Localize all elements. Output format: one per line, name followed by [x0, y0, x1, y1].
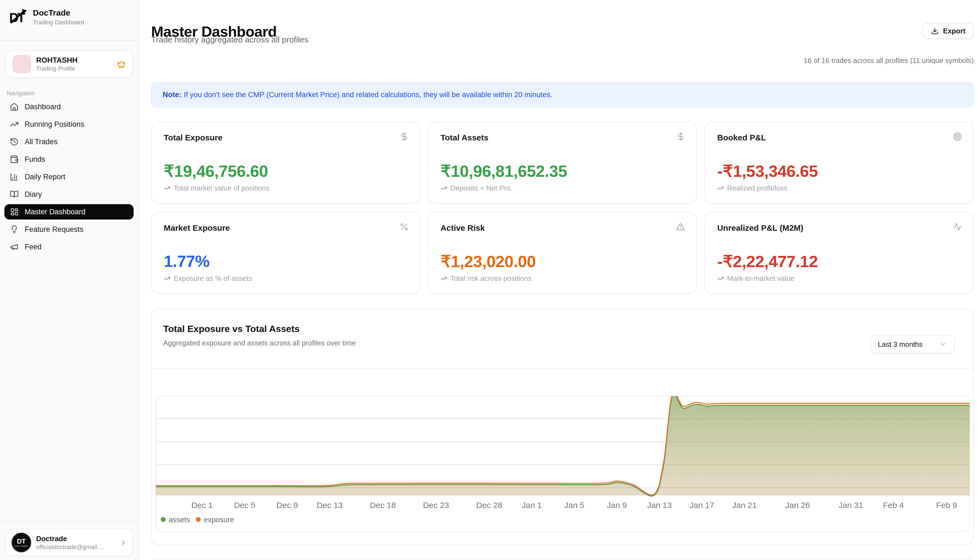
sidebar-item-dashboard[interactable]: Dashboard — [4, 99, 134, 114]
trending-up-icon — [441, 275, 447, 282]
bar-chart-icon — [10, 172, 18, 181]
app-window: DT DocTrade Trading Dashboard ROHTASHH T… — [0, 0, 977, 560]
stat-card-title: Booked P&L — [717, 133, 961, 142]
activity-icon — [953, 222, 962, 232]
sidebar: DT DocTrade Trading Dashboard ROHTASHH T… — [0, 0, 139, 560]
profile-name: ROHTASHH — [36, 56, 111, 65]
stat-card-value: ₹19,46,756.60 — [164, 162, 268, 181]
dollar-icon — [676, 132, 685, 141]
x-tick-label: Dec 13 — [317, 501, 342, 510]
home-icon — [10, 102, 18, 111]
percent-icon — [399, 222, 409, 232]
stat-card-title: Active Risk — [441, 223, 685, 233]
stat-card-value: ₹10,96,81,652.35 — [441, 162, 567, 181]
sidebar-footer-divider — [0, 521, 138, 522]
profile-subtitle: Trading Profile — [36, 65, 111, 72]
chevron-right-icon — [119, 538, 127, 546]
sidebar-item-feed[interactable]: Feed — [4, 239, 134, 255]
history-icon — [10, 137, 18, 146]
export-button[interactable]: Export — [923, 23, 974, 39]
sidebar-item-funds[interactable]: Funds — [4, 152, 134, 167]
note-text: If you don't see the CMP (Current Market… — [184, 91, 552, 99]
chart-header-divider — [152, 368, 973, 369]
stat-card-title: Market Exposure — [164, 223, 408, 233]
sidebar-item-feature-requests[interactable]: Feature Requests — [4, 222, 134, 237]
x-tick-label: Jan 5 — [564, 501, 585, 510]
nav-section-label: Navigation — [7, 90, 35, 97]
sidebar-item-label: Master Dashboard — [25, 208, 85, 216]
sidebar-item-label: All Trades — [25, 138, 57, 146]
exposure-assets-chart[interactable]: Dec 1Dec 5Dec 9Dec 13Dec 18Dec 23Dec 28J… — [155, 396, 970, 532]
x-tick-label: Jan 21 — [732, 501, 757, 510]
chevron-down-icon — [939, 340, 947, 348]
sidebar-item-running-positions[interactable]: Running Positions — [4, 117, 134, 132]
date-range-value: Last 3 months — [878, 340, 922, 349]
account-card[interactable]: DT DOC TRADE Doctrade officialdoctrade@g… — [5, 529, 133, 556]
profile-avatar — [13, 55, 31, 73]
trending-up-icon — [717, 275, 724, 282]
account-name: Doctrade — [36, 535, 114, 543]
trading-profile-card[interactable]: ROHTASHH Trading Profile — [5, 50, 133, 78]
stat-card-value: ₹1,23,020.00 — [441, 252, 536, 271]
layout-dashboard-icon — [10, 207, 18, 216]
x-tick-label: Jan 9 — [607, 501, 627, 510]
trending-up-icon — [164, 275, 170, 282]
crown-icon — [117, 59, 126, 69]
stat-card-total-exposure: Total Exposure₹19,46,756.60Total market … — [151, 122, 420, 203]
x-tick-label: Dec 5 — [234, 501, 255, 510]
note-label: Note: — [163, 91, 182, 99]
megaphone-icon — [10, 243, 18, 251]
brand: DT DocTrade Trading Dashboard — [9, 8, 84, 26]
account-avatar: DT DOC TRADE — [12, 533, 31, 552]
x-tick-label: Feb 4 — [883, 501, 904, 510]
stat-card-caption: Exposure as % of assets — [164, 274, 252, 283]
stat-card-total-assets: Total Assets₹10,96,81,652.35Deposits + N… — [428, 122, 697, 203]
sidebar-item-all-trades[interactable]: All Trades — [4, 134, 134, 150]
sidebar-item-label: Daily Report — [25, 173, 65, 181]
chart-title: Total Exposure vs Total Assets — [163, 323, 299, 334]
chart-subtitle: Aggregated exposure and assets across al… — [163, 339, 356, 347]
stat-card-value: -₹1,53,346.65 — [717, 162, 818, 181]
stat-card-value: 1.77% — [164, 252, 209, 271]
trending-up-icon — [441, 185, 447, 192]
date-range-select[interactable]: Last 3 months — [870, 335, 955, 353]
stat-card-title: Total Assets — [441, 133, 685, 142]
stat-card-caption: Realized profit/loss — [717, 184, 787, 192]
sidebar-item-label: Feed — [25, 243, 42, 251]
lightbulb-icon — [10, 225, 18, 234]
stat-card-unrealized-p-l-m2m: Unrealized P&L (M2M)-₹2,22,477.12Mark-to… — [705, 212, 974, 294]
stat-card-title: Total Exposure — [164, 133, 408, 142]
sidebar-item-daily-report[interactable]: Daily Report — [4, 169, 134, 185]
sidebar-item-diary[interactable]: Diary — [4, 187, 134, 202]
trending-up-icon — [10, 120, 18, 128]
alert-triangle-icon — [676, 222, 685, 232]
stat-card-caption: Total risk across positions — [441, 274, 531, 283]
sidebar-item-label: Dashboard — [25, 103, 61, 111]
x-tick-label: Dec 18 — [370, 501, 396, 510]
x-tick-label: Jan 13 — [647, 501, 672, 510]
cmp-note-banner: Note: If you don't see the CMP (Current … — [151, 82, 974, 107]
trades-summary: 16 of 16 trades across all profiles (11 … — [804, 57, 974, 65]
sidebar-divider — [0, 40, 138, 40]
stat-cards-grid: Total Exposure₹19,46,756.60Total market … — [151, 122, 974, 294]
stat-card-caption: Total market value of positions — [164, 184, 269, 192]
x-tick-label: Jan 31 — [838, 501, 863, 510]
trending-up-icon — [717, 185, 724, 192]
stat-card-market-exposure: Market Exposure1.77%Exposure as % of ass… — [151, 212, 420, 294]
book-open-icon — [10, 190, 18, 199]
assets-legend-label: assets — [169, 516, 190, 524]
dollar-icon — [399, 132, 409, 141]
main-content: Master Dashboard Trade history aggregate… — [139, 0, 977, 560]
target-icon — [953, 132, 962, 141]
x-tick-label: Jan 17 — [690, 501, 714, 510]
x-tick-label: Jan 1 — [522, 501, 542, 510]
x-tick-label: Dec 1 — [191, 501, 213, 510]
stat-card-caption: Deposits + Net PnL — [441, 184, 512, 192]
export-label: Export — [943, 27, 965, 35]
sidebar-item-label: Feature Requests — [25, 225, 84, 234]
stat-card-title: Unrealized P&L (M2M) — [717, 223, 961, 233]
brand-name: DocTrade — [33, 8, 84, 18]
sidebar-item-label: Diary — [25, 190, 42, 199]
download-icon — [931, 27, 939, 35]
sidebar-item-master-dashboard[interactable]: Master Dashboard — [4, 204, 134, 220]
